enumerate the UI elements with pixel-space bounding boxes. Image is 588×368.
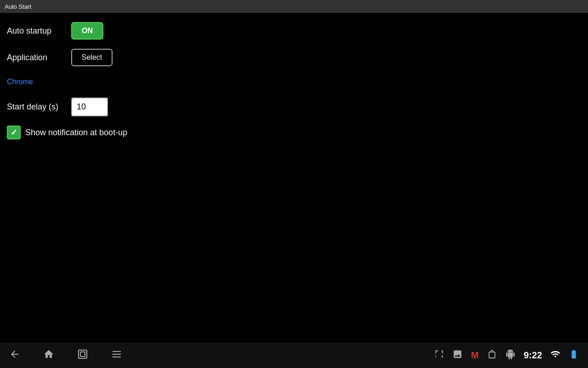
start-delay-row: Start delay (s): [7, 98, 581, 116]
clock-display: 9:22: [524, 350, 542, 361]
svg-rect-1: [80, 352, 85, 356]
svg-rect-2: [113, 351, 121, 352]
screenshot-icon: [452, 349, 463, 362]
menu-button[interactable]: [111, 349, 122, 362]
boot-notification-label: Show notification at boot-up: [25, 128, 127, 138]
title-bar-text: Auto Start: [5, 3, 31, 10]
main-content: Auto startup ON Application Select Chrom…: [0, 13, 588, 149]
expand-icon: [434, 349, 444, 362]
svg-rect-0: [79, 350, 87, 358]
wifi-icon: [550, 349, 560, 362]
svg-rect-4: [113, 356, 121, 357]
battery-icon: [569, 349, 579, 362]
auto-startup-row: Auto startup ON: [7, 22, 581, 40]
nav-right-status: M 9:22: [434, 349, 579, 362]
gmail-icon: M: [471, 350, 479, 361]
title-bar: Auto Start: [0, 0, 588, 13]
android-icon: [505, 349, 515, 362]
application-label: Application: [7, 53, 71, 63]
checkmark-icon: ✓: [11, 127, 17, 138]
auto-startup-label: Auto startup: [7, 26, 71, 36]
store-icon: [487, 349, 497, 362]
on-toggle-button[interactable]: ON: [71, 22, 103, 40]
svg-rect-3: [113, 354, 121, 355]
application-row: Application Select: [7, 49, 581, 66]
boot-notification-checkbox[interactable]: ✓: [7, 126, 21, 139]
boot-notification-row: ✓ Show notification at boot-up: [7, 126, 581, 139]
navigation-bar: M 9:22: [0, 343, 588, 368]
start-delay-label: Start delay (s): [7, 102, 71, 112]
home-button[interactable]: [43, 349, 54, 362]
select-application-button[interactable]: Select: [71, 49, 113, 66]
nav-left-icons: [9, 349, 122, 362]
recents-button[interactable]: [77, 349, 88, 362]
start-delay-input[interactable]: [71, 98, 108, 116]
back-button[interactable]: [9, 349, 20, 362]
selected-app-link[interactable]: Chrome: [7, 75, 581, 88]
